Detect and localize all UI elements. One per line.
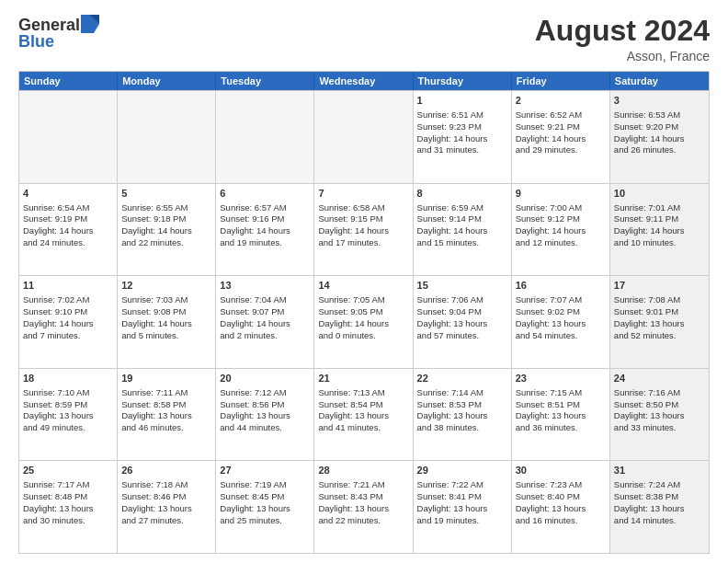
day-info-line: Sunrise: 6:52 AM <box>516 109 606 121</box>
day-info-line: Sunrise: 7:21 AM <box>318 479 408 491</box>
title-area: August 2024 Asson, France <box>535 15 710 63</box>
day-number: 10 <box>614 187 705 201</box>
month-title: August 2024 <box>535 15 710 47</box>
day-info-line: and 25 minutes. <box>220 515 310 527</box>
day-number: 7 <box>318 187 408 201</box>
cal-cell-22: 22Sunrise: 7:14 AMSunset: 8:53 PMDayligh… <box>414 369 512 461</box>
day-info-line: and 30 minutes. <box>23 515 113 527</box>
cal-cell-16: 16Sunrise: 7:07 AMSunset: 9:02 PMDayligh… <box>512 276 610 368</box>
day-info-line: Sunset: 9:20 PM <box>614 121 705 133</box>
day-info-line: Sunrise: 6:58 AM <box>318 202 408 214</box>
day-info-line: Daylight: 14 hours <box>121 318 211 330</box>
day-number: 15 <box>417 279 507 293</box>
day-info-line: Daylight: 13 hours <box>220 503 310 515</box>
day-info-line: and 16 minutes. <box>516 515 606 527</box>
day-info-line: and 19 minutes. <box>417 515 507 527</box>
day-info-line: Daylight: 13 hours <box>121 503 211 515</box>
day-number: 18 <box>23 372 113 385</box>
cal-cell-11: 11Sunrise: 7:02 AMSunset: 9:10 PMDayligh… <box>19 276 118 368</box>
calendar-body: 1Sunrise: 6:51 AMSunset: 9:23 PMDaylight… <box>19 90 709 553</box>
day-info-line: Daylight: 13 hours <box>614 410 705 422</box>
calendar-row-2: 4Sunrise: 6:54 AMSunset: 9:19 PMDaylight… <box>19 183 709 276</box>
header: General Blue August 2024 Asson, France <box>18 15 710 63</box>
day-info-line: and 31 minutes. <box>417 144 507 156</box>
cal-cell-empty-0-1 <box>118 91 216 183</box>
day-info-line: Sunset: 8:45 PM <box>220 491 310 503</box>
day-info-line: Daylight: 13 hours <box>23 410 113 422</box>
cal-cell-18: 18Sunrise: 7:10 AMSunset: 8:59 PMDayligh… <box>19 369 118 461</box>
calendar-header: SundayMondayTuesdayWednesdayThursdayFrid… <box>19 72 709 90</box>
day-info-line: Sunrise: 7:03 AM <box>121 294 211 306</box>
day-info-line: and 19 minutes. <box>220 237 310 249</box>
day-info-line: Sunrise: 6:59 AM <box>417 202 507 214</box>
cal-cell-9: 9Sunrise: 7:00 AMSunset: 9:12 PMDaylight… <box>512 184 610 276</box>
day-info-line: Sunset: 8:41 PM <box>417 491 507 503</box>
day-info-line: Daylight: 13 hours <box>516 503 606 515</box>
day-number: 6 <box>220 187 310 201</box>
day-info-line: and 29 minutes. <box>516 144 606 156</box>
day-info-line: Daylight: 13 hours <box>417 503 507 515</box>
weekday-header-friday: Friday <box>512 72 610 90</box>
day-info-line: and 7 minutes. <box>23 330 113 342</box>
day-info-line: Daylight: 13 hours <box>121 410 211 422</box>
cal-cell-10: 10Sunrise: 7:01 AMSunset: 9:11 PMDayligh… <box>610 184 709 276</box>
cal-cell-29: 29Sunrise: 7:22 AMSunset: 8:41 PMDayligh… <box>414 461 512 553</box>
day-info-line: Sunset: 9:19 PM <box>23 213 113 225</box>
day-info-line: and 14 minutes. <box>614 515 705 527</box>
cal-cell-2: 2Sunrise: 6:52 AMSunset: 9:21 PMDaylight… <box>512 91 610 183</box>
day-info-line: Daylight: 14 hours <box>121 225 211 237</box>
day-info-line: Sunrise: 6:54 AM <box>23 202 113 214</box>
day-number: 26 <box>121 464 211 477</box>
day-info-line: Daylight: 14 hours <box>614 133 705 145</box>
day-info-line: Sunset: 8:43 PM <box>318 491 408 503</box>
day-info-line: Sunrise: 7:00 AM <box>516 202 606 214</box>
day-info-line: and 15 minutes. <box>417 237 507 249</box>
weekday-header-monday: Monday <box>118 72 216 90</box>
day-info-line: and 38 minutes. <box>417 422 507 434</box>
calendar-row-1: 1Sunrise: 6:51 AMSunset: 9:23 PMDaylight… <box>19 90 709 183</box>
day-info-line: Sunrise: 7:16 AM <box>614 387 705 399</box>
day-info-line: Daylight: 14 hours <box>417 225 507 237</box>
day-number: 29 <box>417 464 507 477</box>
day-info-line: Daylight: 13 hours <box>614 318 705 330</box>
day-info-line: Sunset: 8:40 PM <box>516 491 606 503</box>
day-info-line: and 36 minutes. <box>516 422 606 434</box>
day-info-line: and 33 minutes. <box>614 422 705 434</box>
day-info-line: Sunset: 9:14 PM <box>417 213 507 225</box>
day-info-line: Sunrise: 7:13 AM <box>318 387 408 399</box>
day-info-line: Daylight: 13 hours <box>23 503 113 515</box>
day-number: 5 <box>121 187 211 201</box>
cal-cell-empty-0-0 <box>19 91 118 183</box>
day-info-line: Sunrise: 6:53 AM <box>614 109 705 121</box>
cal-cell-21: 21Sunrise: 7:13 AMSunset: 8:54 PMDayligh… <box>314 369 413 461</box>
day-number: 25 <box>23 464 113 477</box>
day-info-line: Sunset: 9:23 PM <box>417 121 507 133</box>
day-number: 20 <box>220 372 310 385</box>
day-number: 12 <box>121 279 211 293</box>
day-info-line: and 10 minutes. <box>614 237 705 249</box>
day-number: 14 <box>318 279 408 293</box>
day-info-line: Sunset: 9:16 PM <box>220 213 310 225</box>
calendar-row-4: 18Sunrise: 7:10 AMSunset: 8:59 PMDayligh… <box>19 368 709 461</box>
cal-cell-17: 17Sunrise: 7:08 AMSunset: 9:01 PMDayligh… <box>610 276 709 368</box>
day-info-line: Daylight: 14 hours <box>318 225 408 237</box>
day-info-line: Sunrise: 7:08 AM <box>614 294 705 306</box>
day-info-line: and 5 minutes. <box>121 330 211 342</box>
cal-cell-15: 15Sunrise: 7:06 AMSunset: 9:04 PMDayligh… <box>414 276 512 368</box>
day-info-line: Sunset: 9:18 PM <box>121 213 211 225</box>
day-info-line: Sunset: 9:11 PM <box>614 213 705 225</box>
day-info-line: Daylight: 13 hours <box>614 503 705 515</box>
day-info-line: Daylight: 14 hours <box>23 225 113 237</box>
day-info-line: Daylight: 14 hours <box>516 225 606 237</box>
day-info-line: Sunrise: 7:12 AM <box>220 387 310 399</box>
day-number: 1 <box>417 94 507 108</box>
day-info-line: Sunrise: 7:15 AM <box>516 387 606 399</box>
cal-cell-14: 14Sunrise: 7:05 AMSunset: 9:05 PMDayligh… <box>314 276 413 368</box>
day-info-line: Sunset: 9:04 PM <box>417 306 507 318</box>
day-number: 21 <box>318 372 408 385</box>
day-number: 31 <box>614 464 705 477</box>
day-number: 13 <box>220 279 310 293</box>
calendar-row-3: 11Sunrise: 7:02 AMSunset: 9:10 PMDayligh… <box>19 275 709 368</box>
cal-cell-5: 5Sunrise: 6:55 AMSunset: 9:18 PMDaylight… <box>118 184 216 276</box>
cal-cell-23: 23Sunrise: 7:15 AMSunset: 8:51 PMDayligh… <box>512 369 610 461</box>
